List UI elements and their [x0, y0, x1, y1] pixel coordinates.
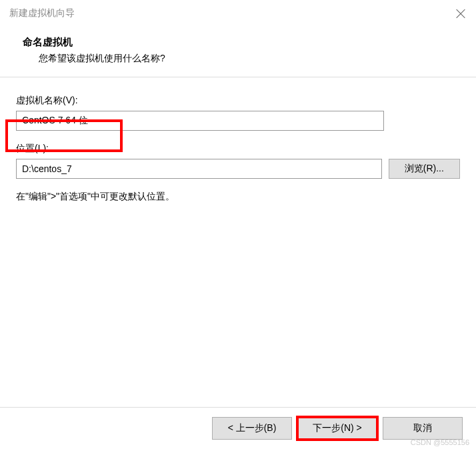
- vm-name-group: 虚拟机名称(V):: [16, 95, 460, 131]
- title-bar: 新建虚拟机向导: [0, 0, 476, 25]
- wizard-header: 命名虚拟机 您希望该虚拟机使用什么名称?: [0, 25, 476, 77]
- wizard-button-bar: < 上一步(B) 下一步(N) > 取消: [0, 407, 476, 449]
- vm-name-label: 虚拟机名称(V):: [16, 95, 460, 107]
- wizard-step-title: 命名虚拟机: [20, 36, 456, 49]
- next-button[interactable]: 下一步(N) >: [297, 417, 377, 440]
- close-icon[interactable]: [455, 7, 467, 19]
- vm-name-input[interactable]: [16, 111, 384, 131]
- wizard-step-desc: 您希望该虚拟机使用什么名称?: [20, 53, 456, 65]
- wizard-content: 虚拟机名称(V): 位置(L): 浏览(R)... 在"编辑">"首选项"中可更…: [0, 77, 476, 209]
- location-hint: 在"编辑">"首选项"中可更改默认位置。: [16, 191, 460, 203]
- vm-location-group: 位置(L): 浏览(R)...: [16, 143, 460, 179]
- window-title: 新建虚拟机向导: [9, 7, 75, 19]
- vm-location-label: 位置(L):: [16, 143, 460, 155]
- browse-button[interactable]: 浏览(R)...: [389, 159, 460, 179]
- vm-location-input[interactable]: [16, 159, 382, 179]
- back-button[interactable]: < 上一步(B): [212, 417, 292, 440]
- cancel-button[interactable]: 取消: [383, 417, 463, 440]
